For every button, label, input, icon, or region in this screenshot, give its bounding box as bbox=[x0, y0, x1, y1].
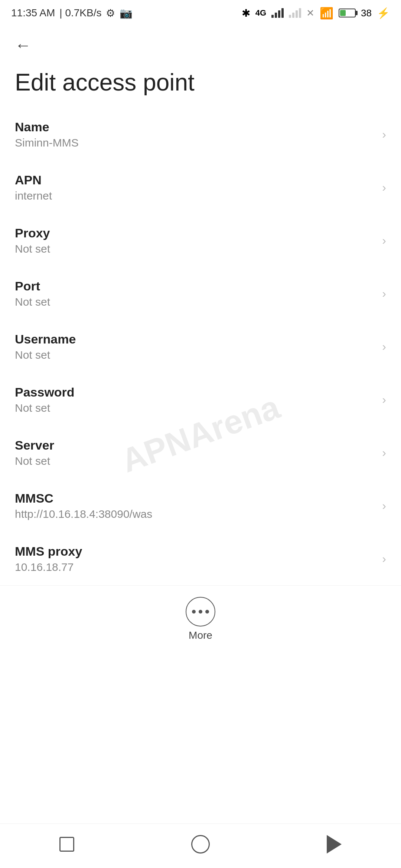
battery-indicator bbox=[339, 9, 356, 17]
status-bar: 11:35 AM | 0.7KB/s ⚙ 📷 ✱ 4G ✕ 📶 38 ⚡ bbox=[0, 0, 401, 26]
back-triangle-icon bbox=[327, 835, 342, 854]
back-button[interactable]: ← bbox=[15, 37, 31, 53]
chevron-right-proxy: › bbox=[382, 234, 386, 247]
chevron-right-username: › bbox=[382, 340, 386, 354]
settings-label-apn: APN bbox=[15, 173, 375, 187]
status-right: ✱ 4G ✕ 📶 38 ⚡ bbox=[242, 7, 390, 20]
settings-label-port: Port bbox=[15, 279, 375, 293]
home-circle-icon bbox=[191, 835, 210, 854]
chevron-right-apn: › bbox=[382, 181, 386, 194]
settings-label-server: Server bbox=[15, 438, 375, 453]
settings-item-mms-proxy[interactable]: MMS proxy 10.16.18.77 › bbox=[0, 532, 401, 585]
nav-home-button[interactable] bbox=[186, 829, 215, 859]
more-dots-icon bbox=[192, 610, 209, 614]
charging-icon: ⚡ bbox=[377, 7, 390, 19]
more-dot-2 bbox=[199, 610, 202, 614]
settings-item-proxy[interactable]: Proxy Not set › bbox=[0, 214, 401, 267]
battery-level: 38 bbox=[361, 7, 372, 19]
chevron-right-port: › bbox=[382, 287, 386, 300]
settings-label-mmsc: MMSC bbox=[15, 491, 375, 506]
settings-value-proxy: Not set bbox=[15, 243, 375, 255]
signal-bars-1 bbox=[271, 8, 284, 18]
settings-item-port-content: Port Not set bbox=[15, 279, 375, 308]
top-navigation: ← bbox=[0, 26, 401, 57]
settings-item-apn[interactable]: APN internet › bbox=[0, 161, 401, 214]
settings-value-mms-proxy: 10.16.18.77 bbox=[15, 561, 375, 573]
more-dot-3 bbox=[205, 610, 209, 614]
settings-item-mmsc[interactable]: MMSC http://10.16.18.4:38090/was › bbox=[0, 479, 401, 532]
network-speed: | 0.7KB/s bbox=[59, 7, 101, 19]
settings-item-password-content: Password Not set bbox=[15, 385, 375, 414]
nav-recents-button[interactable] bbox=[52, 829, 82, 859]
chevron-right-mms-proxy: › bbox=[382, 552, 386, 566]
settings-item-name[interactable]: Name Siminn-MMS › bbox=[0, 108, 401, 161]
network-4g-icon: 4G bbox=[255, 8, 266, 18]
settings-value-port: Not set bbox=[15, 296, 375, 308]
signal-bars-2 bbox=[289, 8, 301, 18]
settings-item-mms-proxy-content: MMS proxy 10.16.18.77 bbox=[15, 544, 375, 573]
nav-back-button[interactable] bbox=[319, 829, 349, 859]
settings-label-proxy: Proxy bbox=[15, 226, 375, 240]
settings-item-apn-content: APN internet bbox=[15, 173, 375, 202]
more-circle-icon bbox=[186, 597, 215, 627]
video-icon: 📷 bbox=[120, 7, 133, 19]
settings-item-server[interactable]: Server Not set › bbox=[0, 426, 401, 479]
settings-label-password: Password bbox=[15, 385, 375, 400]
settings-value-username: Not set bbox=[15, 349, 375, 361]
settings-value-server: Not set bbox=[15, 455, 375, 467]
settings-icon: ⚙ bbox=[106, 7, 115, 19]
settings-label-username: Username bbox=[15, 332, 375, 346]
time-display: 11:35 AM bbox=[11, 7, 55, 19]
more-dot-1 bbox=[192, 610, 196, 614]
settings-label-mms-proxy: MMS proxy bbox=[15, 544, 375, 559]
bottom-navigation-bar bbox=[0, 823, 401, 868]
settings-item-mmsc-content: MMSC http://10.16.18.4:38090/was bbox=[15, 491, 375, 520]
more-button[interactable]: More bbox=[186, 597, 215, 641]
chevron-right-server: › bbox=[382, 446, 386, 460]
settings-item-name-content: Name Siminn-MMS bbox=[15, 120, 375, 149]
settings-label-name: Name bbox=[15, 120, 375, 134]
status-left: 11:35 AM | 0.7KB/s ⚙ 📷 bbox=[11, 7, 133, 19]
settings-item-proxy-content: Proxy Not set bbox=[15, 226, 375, 255]
recents-square-icon bbox=[59, 837, 74, 852]
settings-item-username[interactable]: Username Not set › bbox=[0, 320, 401, 373]
more-section: More bbox=[0, 585, 401, 649]
chevron-right-mmsc: › bbox=[382, 499, 386, 513]
settings-item-username-content: Username Not set bbox=[15, 332, 375, 361]
more-label: More bbox=[189, 629, 212, 641]
settings-list: Name Siminn-MMS › APN internet › Proxy N… bbox=[0, 108, 401, 585]
chevron-right-password: › bbox=[382, 393, 386, 407]
bluetooth-icon: ✱ bbox=[242, 7, 250, 19]
settings-item-server-content: Server Not set bbox=[15, 438, 375, 467]
chevron-right-name: › bbox=[382, 128, 386, 141]
settings-item-password[interactable]: Password Not set › bbox=[0, 373, 401, 426]
settings-value-mmsc: http://10.16.18.4:38090/was bbox=[15, 508, 375, 520]
page-title: Edit access point bbox=[0, 57, 401, 108]
no-signal-icon: ✕ bbox=[306, 7, 314, 19]
settings-item-port[interactable]: Port Not set › bbox=[0, 267, 401, 320]
settings-value-password: Not set bbox=[15, 402, 375, 414]
settings-value-apn: internet bbox=[15, 190, 375, 202]
wifi-icon: 📶 bbox=[320, 7, 333, 20]
settings-value-name: Siminn-MMS bbox=[15, 137, 375, 149]
